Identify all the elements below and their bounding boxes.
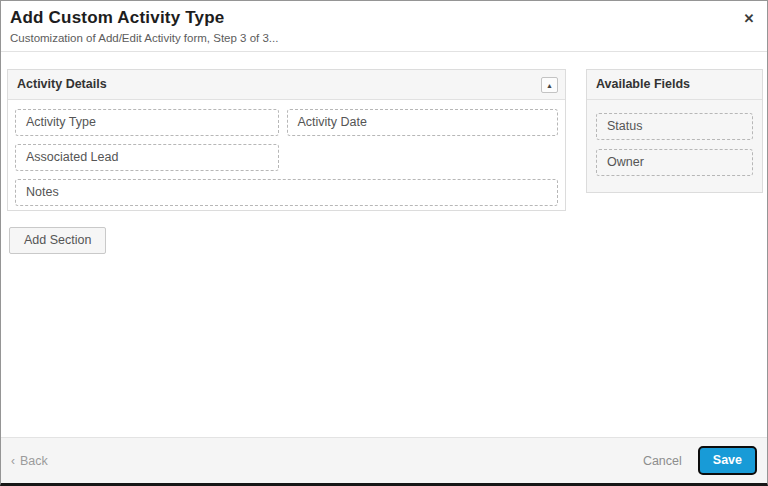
activity-details-title: Activity Details (17, 77, 107, 91)
available-fields-panel: Available Fields Status Owner (586, 69, 763, 193)
field-activity-date[interactable]: Activity Date (287, 109, 558, 136)
available-fields-header: Available Fields (587, 70, 762, 100)
dialog-title: Add Custom Activity Type (10, 8, 737, 28)
field-row: Notes (15, 179, 558, 206)
field-notes[interactable]: Notes (15, 179, 558, 206)
cancel-button[interactable]: Cancel (643, 454, 682, 468)
add-section-button[interactable]: Add Section (9, 227, 106, 254)
field-owner[interactable]: Owner (596, 149, 753, 176)
dialog-subtitle: Customization of Add/Edit Activity form,… (10, 32, 737, 44)
chevron-up-icon: ▲ (546, 82, 553, 89)
field-activity-type[interactable]: Activity Type (15, 109, 279, 136)
collapse-panel-button[interactable]: ▲ (541, 77, 558, 93)
activity-details-header: Activity Details ▲ (8, 70, 565, 100)
back-label: Back (20, 454, 48, 468)
activity-details-body: Activity Type Activity Date Associated L… (8, 100, 565, 213)
available-fields-body: Status Owner (587, 100, 762, 190)
available-fields-title: Available Fields (596, 77, 690, 91)
field-status[interactable]: Status (596, 113, 753, 140)
close-icon[interactable]: ✕ (740, 10, 758, 28)
chevron-left-icon: ‹ (11, 454, 15, 468)
dialog-footer: ‹ Back Cancel Save (1, 437, 767, 483)
back-link[interactable]: ‹ Back (11, 454, 48, 468)
save-button[interactable]: Save (698, 446, 757, 475)
dialog-header: Add Custom Activity Type Customization o… (1, 1, 767, 52)
field-row: Associated Lead (15, 144, 558, 171)
activity-details-panel: Activity Details ▲ Activity Type Activit… (7, 69, 566, 211)
field-row: Activity Type Activity Date (15, 109, 558, 136)
field-associated-lead[interactable]: Associated Lead (15, 144, 279, 171)
add-custom-activity-type-dialog: Add Custom Activity Type Customization o… (0, 0, 768, 486)
